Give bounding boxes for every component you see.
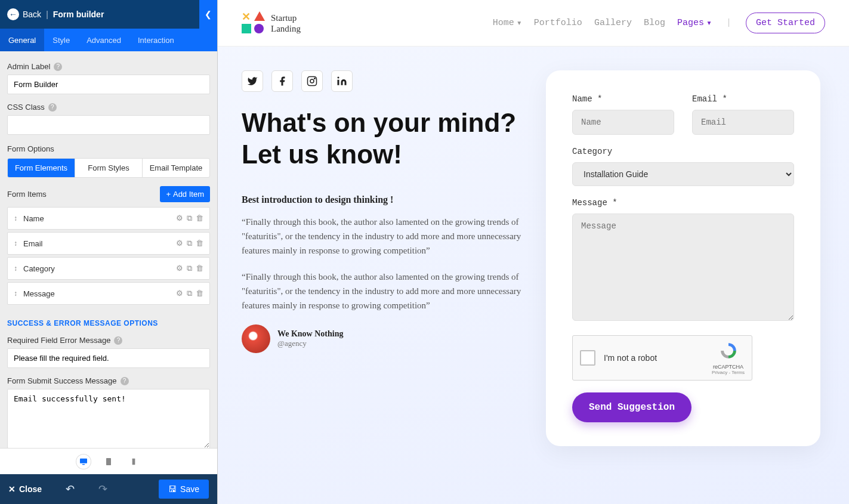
css-class-input[interactable] <box>7 115 210 135</box>
css-class-label: CSS Class ? <box>7 103 210 112</box>
help-icon[interactable]: ? <box>114 336 122 345</box>
category-label: Category <box>572 147 794 156</box>
contact-form-card: Name * Email * Category Installation Gui… <box>546 70 820 446</box>
gear-icon[interactable]: ⚙ <box>176 289 183 298</box>
form-items-label: Form Items <box>7 190 47 199</box>
page-headline: What's on your mind? Let us know! <box>242 107 522 171</box>
nav-pages[interactable]: Pages ▾ <box>677 17 712 29</box>
gear-icon[interactable]: ⚙ <box>176 214 183 223</box>
form-item-row[interactable]: ↕ Email ⚙ ⧉ 🗑 <box>7 232 210 255</box>
mobile-icon[interactable] <box>126 454 141 469</box>
name-input[interactable] <box>572 110 674 135</box>
instagram-icon[interactable] <box>301 70 323 92</box>
panel-title: Form builder <box>53 10 104 19</box>
logo-icon: ✕ <box>242 11 265 35</box>
svg-rect-2 <box>106 458 111 465</box>
save-button[interactable]: 🖫 Save <box>159 480 209 499</box>
svg-rect-0 <box>80 458 87 463</box>
nav-home[interactable]: Home ▾ <box>493 17 522 29</box>
recaptcha-label: I'm not a robot <box>604 353 712 363</box>
trash-icon[interactable]: 🗑 <box>196 289 203 298</box>
add-item-button[interactable]: + Add Item <box>160 186 210 202</box>
category-select[interactable]: Installation Guide <box>572 162 794 186</box>
tab-interaction[interactable]: Interaction <box>129 29 183 51</box>
sidebar-body: Admin Label ? CSS Class ? Form Options F… <box>0 51 217 448</box>
email-input[interactable] <box>692 110 794 135</box>
seg-form-elements[interactable]: Form Elements <box>8 159 75 177</box>
copy-icon[interactable]: ⧉ <box>187 214 192 223</box>
drag-icon[interactable]: ↕ <box>14 239 17 248</box>
linkedin-icon[interactable] <box>331 70 353 92</box>
form-item-row[interactable]: ↕ Name ⚙ ⧉ 🗑 <box>7 207 210 230</box>
page-subhead: Best introduction to design thinking ! <box>242 194 522 205</box>
drag-icon[interactable]: ↕ <box>14 264 17 273</box>
plus-icon: + <box>166 190 171 199</box>
arrow-left-icon: ← <box>7 8 19 20</box>
gear-icon[interactable]: ⚙ <box>176 264 183 273</box>
section-success-error: SUCCESS & ERROR MESSAGE OPTIONS <box>7 319 210 327</box>
chevron-down-icon: ▾ <box>706 17 712 29</box>
form-options-segment: Form Elements Form Styles Email Template <box>7 158 210 178</box>
recaptcha-checkbox[interactable] <box>580 350 595 366</box>
help-icon[interactable]: ? <box>121 377 129 385</box>
facebook-icon[interactable] <box>271 70 293 92</box>
desktop-icon[interactable] <box>76 454 91 469</box>
collapse-button[interactable]: ❮ <box>199 0 217 29</box>
trash-icon[interactable]: 🗑 <box>196 264 203 273</box>
nav-blog[interactable]: Blog <box>644 18 665 28</box>
name-label: Name * <box>572 94 674 104</box>
submit-button[interactable]: Send Suggestion <box>572 392 691 422</box>
copy-icon[interactable]: ⧉ <box>187 289 192 298</box>
chevron-left-icon: ❮ <box>205 10 212 19</box>
drag-icon[interactable]: ↕ <box>14 214 17 222</box>
svg-point-5 <box>310 79 314 83</box>
required-error-input[interactable] <box>7 348 210 368</box>
trash-icon[interactable]: 🗑 <box>196 239 203 248</box>
avatar <box>242 324 270 353</box>
help-icon[interactable]: ? <box>54 63 62 71</box>
nav-portfolio[interactable]: Portfolio <box>534 18 582 28</box>
form-item-row[interactable]: ↕ Category ⚙ ⧉ 🗑 <box>7 257 210 280</box>
svg-rect-3 <box>132 458 135 465</box>
site-nav: ✕ Startup Landing Home ▾ Portfolio Galle… <box>218 0 849 47</box>
copy-icon[interactable]: ⧉ <box>187 239 192 248</box>
author-block: We Know Nothing @agency <box>242 324 522 353</box>
drag-icon[interactable]: ↕ <box>14 289 17 298</box>
nav-divider: | <box>726 18 731 28</box>
admin-label-input[interactable] <box>7 75 210 94</box>
success-msg-textarea[interactable]: Email successfully sent! <box>7 389 210 448</box>
tab-general[interactable]: General <box>0 29 44 51</box>
separator: | <box>46 10 48 19</box>
recaptcha-icon <box>719 341 738 360</box>
chevron-down-icon: ▾ <box>517 17 522 29</box>
trash-icon[interactable]: 🗑 <box>196 214 203 223</box>
sidebar-footer: ✕ Close ↶ ↷ 🖫 Save <box>0 474 217 504</box>
tab-advanced[interactable]: Advanced <box>78 29 129 51</box>
back-button[interactable]: ← Back <box>7 8 41 20</box>
email-label: Email * <box>692 94 794 104</box>
undo-button[interactable]: ↶ <box>66 483 75 496</box>
nav-gallery[interactable]: Gallery <box>594 18 632 28</box>
recaptcha-widget[interactable]: I'm not a robot reCAPTCHA Privacy - Term… <box>572 335 752 381</box>
copy-icon[interactable]: ⧉ <box>187 264 192 273</box>
tab-style[interactable]: Style <box>44 29 78 51</box>
site-logo[interactable]: ✕ Startup Landing <box>242 11 301 35</box>
form-options-label: Form Options <box>7 144 210 153</box>
get-started-button[interactable]: Get Started <box>746 13 825 33</box>
svg-rect-1 <box>82 464 85 465</box>
twitter-icon[interactable] <box>242 70 263 92</box>
sidebar-panel: ← Back | Form builder ❮ General Style Ad… <box>0 0 218 504</box>
redo-button[interactable]: ↷ <box>98 483 107 496</box>
seg-form-styles[interactable]: Form Styles <box>75 159 143 177</box>
help-icon[interactable]: ? <box>48 103 57 112</box>
svg-point-6 <box>314 78 316 79</box>
seg-email-template[interactable]: Email Template <box>143 159 209 177</box>
author-handle: @agency <box>277 339 343 348</box>
sidebar-header: ← Back | Form builder ❮ <box>0 0 217 29</box>
close-icon: ✕ <box>8 484 16 494</box>
tablet-icon[interactable] <box>101 454 116 469</box>
close-button[interactable]: ✕ Close <box>8 484 42 494</box>
message-textarea[interactable] <box>572 214 794 321</box>
gear-icon[interactable]: ⚙ <box>176 239 183 248</box>
form-item-row[interactable]: ↕ Message ⚙ ⧉ 🗑 <box>7 282 210 305</box>
